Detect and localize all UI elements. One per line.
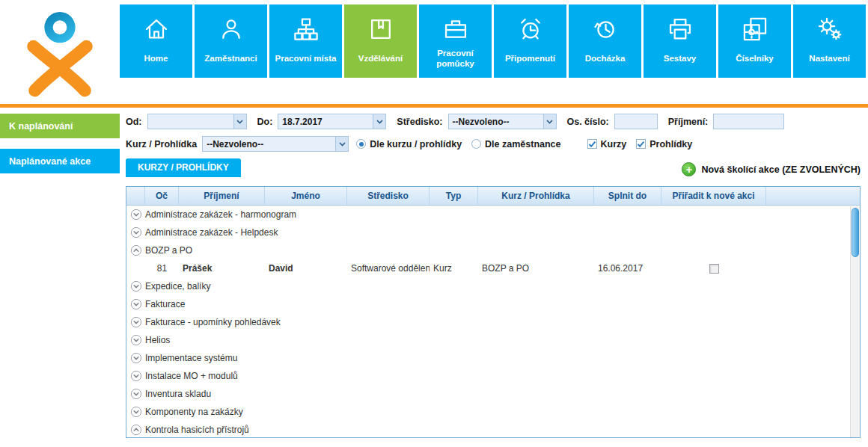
column-header[interactable]: Splnit do	[594, 187, 661, 205]
new-training-action-label: Nová školící akce (ZE ZVOLENÝCH)	[701, 164, 861, 175]
cell-kurz-prohlidka: BOZP a PO	[478, 263, 594, 274]
group-row[interactable]: Instalace MO + modulů	[126, 367, 860, 385]
group-row[interactable]: Implementace systému	[126, 349, 860, 367]
assign-checkbox[interactable]	[709, 264, 719, 274]
checkbox-icon[interactable]	[636, 139, 646, 149]
logo-figure-icon	[16, 5, 104, 98]
kurz-prohlidka-value: --Nezvoleno--	[203, 137, 335, 151]
od-date-value	[148, 114, 233, 129]
column-header[interactable]: Příjmení	[179, 187, 265, 205]
group-row[interactable]: Helios	[126, 331, 860, 349]
stredisko-select[interactable]: --Nezvoleno--	[448, 114, 557, 129]
expand-chevron-icon[interactable]	[126, 388, 145, 400]
column-header[interactable]: Typ	[430, 187, 478, 205]
column-header[interactable]: Kurz / Prohlídka	[478, 187, 594, 205]
cell-splnit-do: 16.06.2017	[594, 263, 661, 274]
expand-chevron-icon[interactable]	[126, 209, 145, 221]
nav-tile-pripomenuti[interactable]: Připomenutí	[494, 4, 566, 78]
education-icon	[344, 4, 417, 46]
group-name: Expedice, balíky	[145, 281, 210, 292]
group-row[interactable]: Administrace zakázek - Helpdesk	[126, 223, 860, 241]
home-icon	[120, 4, 192, 46]
os-cislo-label: Os. číslo:	[567, 117, 609, 127]
expand-chevron-icon[interactable]	[126, 280, 145, 292]
expand-chevron-icon[interactable]	[126, 334, 145, 346]
group-name: Instalace MO + modulů	[145, 371, 238, 381]
nav-label: Připomenutí	[494, 46, 566, 78]
expand-chevron-icon[interactable]	[126, 226, 145, 238]
group-row[interactable]: BOZP a PO	[126, 241, 860, 259]
expand-chevron-icon[interactable]	[126, 406, 145, 418]
checkbox-kurzy[interactable]: Kurzy	[587, 139, 627, 149]
nav-tile-sestavy[interactable]: Sestavy	[644, 4, 716, 78]
nav-tile-nastaveni[interactable]: Nastavení	[793, 4, 866, 78]
column-header[interactable]: Středisko	[347, 187, 430, 205]
vertical-scrollbar[interactable]	[850, 206, 860, 437]
radio-dle-zamestnance[interactable]: Dle zaměstnance	[471, 139, 560, 149]
group-name: Helios	[145, 335, 170, 345]
group-name: Komponenty na zakázky	[145, 407, 243, 417]
tab-kurzy-prohlidky[interactable]: KURZY / PROHLÍDKY	[126, 158, 241, 177]
sidebar-item-naplanovane-akce[interactable]: Naplánované akce	[0, 149, 120, 173]
filter-row-1: Od: Do: 18.7.2017 Středisko: --Nezvoleno…	[126, 114, 861, 129]
group-row[interactable]: Fakturace	[126, 295, 860, 313]
expand-chevron-icon[interactable]	[126, 352, 145, 364]
group-row[interactable]: Expedice, balíky	[126, 277, 860, 295]
collapse-chevron-icon[interactable]	[126, 244, 145, 256]
table-header-row: OčPříjmeníJménoStřediskoTypKurz / Prohlí…	[126, 187, 860, 206]
nav-tile-dochazka[interactable]: Docházka	[569, 4, 641, 78]
nav-label: Zaměstnanci	[195, 46, 267, 78]
nav-tile-pracovni-pomucky[interactable]: Pracovní pomůcky	[419, 4, 492, 78]
radio-icon[interactable]	[356, 139, 366, 149]
checkbox-icon[interactable]	[587, 139, 597, 149]
column-header[interactable]: Jméno	[265, 187, 347, 205]
radio-label: Dle kurzu / prohlídky	[370, 139, 462, 149]
expand-chevron-icon[interactable]	[126, 298, 145, 310]
nav-label: Nastavení	[793, 46, 866, 78]
expand-chevron-icon[interactable]	[126, 370, 145, 382]
group-row[interactable]: Administrace zakázek - harmonogram	[126, 206, 860, 223]
radio-dle-kurzu[interactable]: Dle kurzu / prohlídky	[356, 139, 462, 149]
expand-chevron-icon[interactable]	[126, 316, 145, 328]
chevron-down-icon[interactable]	[335, 137, 348, 151]
column-header[interactable]: Oč	[145, 187, 179, 205]
radio-icon[interactable]	[471, 139, 481, 149]
tab-row: KURZY / PROHLÍDKY + Nová školící akce (Z…	[126, 158, 861, 177]
new-training-action-button[interactable]: + Nová školící akce (ZE ZVOLENÝCH)	[682, 162, 861, 177]
nav-tile-ciselniky[interactable]: Číselníky	[718, 4, 791, 78]
scrollbar-thumb[interactable]	[852, 208, 859, 257]
stredisko-label: Středisko:	[397, 117, 442, 127]
assign-checkbox-cell[interactable]	[661, 264, 766, 274]
filter-row-2: Kurz / Prohlídka --Nezvoleno-- Dle kurzu…	[126, 136, 861, 152]
group-name: Fakturace - upomínky pohledávek	[145, 317, 281, 327]
group-row[interactable]: Inventura skladu	[126, 385, 860, 403]
do-date-select[interactable]: 18.7.2017	[278, 114, 386, 129]
cell-stredisko: Softwarové oddělení	[347, 263, 430, 274]
collapse-chevron-icon[interactable]	[126, 424, 145, 436]
chevron-down-icon[interactable]	[373, 114, 385, 129]
nav-tile-zamestnanci[interactable]: Zaměstnanci	[195, 4, 267, 78]
group-row[interactable]: Kontrola hasicích přístrojů	[126, 421, 860, 438]
kurz-prohlidka-select[interactable]: --Nezvoleno--	[202, 136, 349, 152]
sidebar-item-k-naplanovani[interactable]: K naplánování	[0, 114, 120, 138]
checkbox-prohlidky[interactable]: Prohlídky	[636, 139, 692, 149]
group-name: Administrace zakázek - harmonogram	[145, 209, 296, 220]
od-date-select[interactable]	[147, 114, 247, 129]
column-header[interactable]	[126, 187, 145, 205]
group-row[interactable]: Komponenty na zakázky	[126, 403, 860, 421]
column-header[interactable]: Přiřadit k nové akci	[661, 187, 766, 205]
stredisko-value: --Nezvoleno--	[449, 114, 543, 129]
prijmeni-input[interactable]	[713, 114, 784, 129]
nav-label: Home	[120, 46, 192, 78]
os-cislo-input[interactable]	[614, 114, 658, 129]
chevron-down-icon[interactable]	[233, 114, 246, 129]
nav-tile-pracovni-mista[interactable]: Pracovní místa	[269, 4, 342, 78]
table-row[interactable]: 81PrášekDavidSoftwarové odděleníKurzBOZP…	[126, 259, 860, 277]
plus-icon: +	[682, 162, 696, 176]
nav-tile-home[interactable]: Home	[120, 4, 192, 78]
app-header: HomeZaměstnanciPracovní místaVzděláváníP…	[0, 0, 868, 102]
chevron-down-icon[interactable]	[543, 114, 556, 129]
app-logo[interactable]	[0, 0, 120, 102]
group-row[interactable]: Fakturace - upomínky pohledávek	[126, 313, 860, 331]
nav-tile-vzdelavani[interactable]: Vzdělávání	[344, 4, 417, 78]
